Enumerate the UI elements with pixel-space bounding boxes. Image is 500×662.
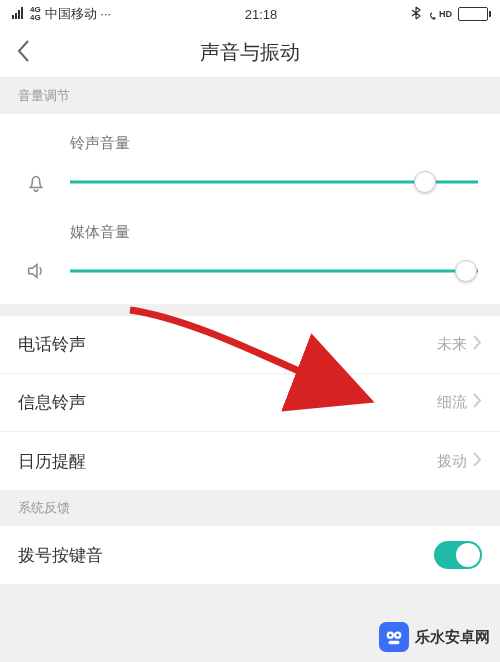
ringtone-list: 电话铃声 未来 信息铃声 细流 日历提醒 拨动 [0, 316, 500, 490]
ringtone-volume-slider[interactable] [70, 171, 478, 193]
chevron-right-icon [473, 452, 482, 471]
svg-rect-8 [389, 641, 400, 645]
watermark: 乐水安卓网 [379, 622, 490, 652]
media-volume-slider[interactable] [70, 260, 478, 282]
watermark-text: 乐水安卓网 [415, 628, 490, 647]
section-header-volume: 音量调节 [0, 78, 500, 114]
svg-point-7 [396, 634, 399, 637]
phone-ringtone-value: 未来 [437, 335, 467, 354]
phone-ringtone-label: 电话铃声 [18, 333, 86, 356]
calendar-reminder-item[interactable]: 日历提醒 拨动 [0, 432, 500, 490]
signal-icon [12, 7, 26, 22]
svg-rect-1 [15, 13, 17, 19]
media-volume-block: 媒体音量 [22, 223, 478, 282]
bluetooth-icon [411, 6, 421, 23]
message-ringtone-label: 信息铃声 [18, 391, 86, 414]
status-bar: 4G4G 中国移动 ··· 21:18 HD [0, 0, 500, 28]
calendar-reminder-label: 日历提醒 [18, 450, 86, 473]
svg-rect-0 [12, 15, 14, 19]
svg-point-6 [389, 634, 392, 637]
page-header: 声音与振动 [0, 28, 500, 78]
battery-icon [458, 7, 488, 21]
carrier-label: 中国移动 ··· [45, 5, 111, 23]
watermark-logo-icon [379, 622, 409, 652]
message-ringtone-value: 细流 [437, 393, 467, 412]
svg-rect-3 [21, 7, 23, 19]
message-ringtone-item[interactable]: 信息铃声 细流 [0, 374, 500, 432]
ringtone-volume-block: 铃声音量 [22, 134, 478, 193]
dialpad-sound-label: 拨号按键音 [18, 544, 103, 567]
volte-icon: HD [427, 7, 452, 21]
volume-sliders: 铃声音量 媒体音量 [0, 114, 500, 304]
calendar-reminder-value: 拨动 [437, 452, 467, 471]
page-title: 声音与振动 [200, 39, 300, 66]
feedback-section: 拨号按键音 [0, 526, 500, 584]
bell-icon [22, 171, 50, 193]
media-volume-label: 媒体音量 [70, 223, 478, 242]
ringtone-volume-label: 铃声音量 [70, 134, 478, 153]
dialpad-sound-toggle[interactable] [434, 541, 482, 569]
section-header-feedback: 系统反馈 [0, 490, 500, 526]
back-button[interactable] [16, 39, 30, 67]
dialpad-sound-item: 拨号按键音 [0, 526, 500, 584]
network-badge: 4G4G [30, 6, 41, 22]
clock: 21:18 [245, 7, 278, 22]
chevron-right-icon [473, 335, 482, 354]
chevron-right-icon [473, 393, 482, 412]
svg-rect-2 [18, 10, 20, 19]
phone-ringtone-item[interactable]: 电话铃声 未来 [0, 316, 500, 374]
speaker-icon [22, 260, 50, 282]
